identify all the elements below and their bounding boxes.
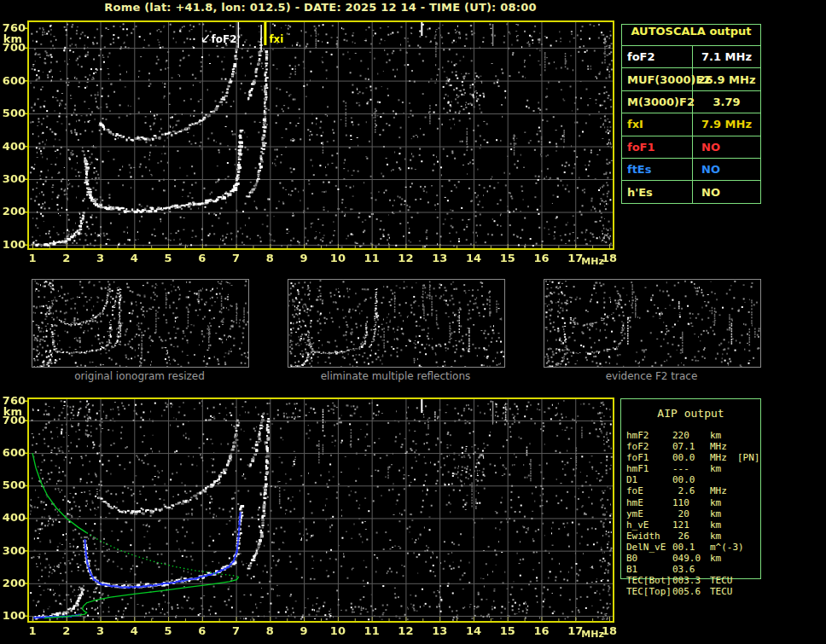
autoscala-row-value: NO [693, 186, 760, 199]
bottom-ionogram-canvas [0, 392, 619, 644]
thumbnail-evidence-f2-trace [544, 279, 761, 368]
aip-unit: km [710, 553, 721, 564]
aip-param: TEC[Bot] [626, 575, 672, 586]
aip-unit: TECU [710, 575, 733, 586]
aip-header: AIP output [621, 407, 760, 420]
aip-row: foF207.1MHz [621, 441, 760, 452]
autoscala-row-label: MUF(3000)F2 [622, 68, 693, 90]
aip-unit: MHz [710, 452, 727, 463]
aip-value: 26 [672, 531, 689, 542]
aip-param: hmE [626, 497, 643, 508]
aip-value: 005.6 [672, 586, 701, 597]
aip-param: DelN_vE [626, 542, 666, 553]
autoscala-rows: foF27.1 MHzMUF(3000)F226.9 MHzM(3000)F23… [622, 46, 760, 204]
thumbnail-eliminate-reflections [288, 279, 505, 368]
autoscala-row-label: M(3000)F2 [622, 91, 693, 113]
aip-unit: MHz [710, 485, 727, 496]
aip-param: foF2 [626, 441, 649, 452]
aip-row: ymE 20km [621, 508, 760, 519]
aip-row: h_vE121km [621, 519, 760, 531]
autoscala-row-value: 7.9 MHz [693, 118, 760, 131]
aip-param: hmF1 [626, 463, 649, 474]
aip-unit: km [710, 497, 721, 508]
aip-value: 110 [672, 497, 689, 508]
aip-value: 121 [672, 519, 689, 531]
page-title: Rome (lat: +41.8, lon: 012.5) - DATE: 20… [28, 1, 613, 14]
aip-row: hmE110km [621, 497, 760, 508]
autoscala-row-value: 7.1 MHz [693, 50, 760, 63]
autoscala-header: AUTOSCALA output [622, 25, 760, 46]
autoscala-row: ftEsNO [622, 159, 760, 181]
aip-unit: km [710, 508, 721, 519]
aip-value: 00.0 [672, 474, 695, 485]
autoscala-panel: AUTOSCALA output foF27.1 MHzMUF(3000)F22… [621, 24, 761, 204]
top-ionogram-canvas [0, 17, 619, 269]
aip-value: --- [672, 463, 689, 474]
autoscala-row-value: NO [693, 141, 760, 154]
aip-param: h_vE [626, 519, 649, 531]
aip-unit: km [710, 463, 721, 474]
thumbnail-caption-original: original ionogram resized [31, 370, 248, 382]
aip-value: 220 [672, 430, 689, 441]
autoscala-row: fxI7.9 MHz [622, 113, 760, 136]
aip-row: TEC[Top]005.6TECU [621, 586, 760, 597]
aip-unit: km [710, 519, 721, 531]
aip-unit: m^(-3) [710, 542, 744, 553]
autoscala-row-label: ftEs [622, 159, 693, 180]
aip-row: foF100.0MHz[PN] [621, 452, 760, 463]
aip-panel: AIP output hmF2220kmfoF207.1MHzfoF100.0M… [620, 398, 761, 579]
aip-param: Ewidth [626, 531, 660, 542]
aip-unit: TECU [710, 586, 733, 597]
aip-value: 049.0 [672, 553, 701, 564]
autoscala-row-value: 3.79 [693, 96, 760, 108]
thumbnail-caption-eliminate: eliminate multiple reflections [287, 370, 504, 382]
autoscala-row-label: foF2 [622, 46, 693, 67]
thumbnail-original-ionogram [32, 279, 249, 368]
aip-row: Ewidth 26km [621, 531, 760, 542]
aip-param: B0 [626, 553, 637, 564]
aip-row: hmF2220km [621, 430, 760, 441]
aip-unit: km [710, 531, 721, 542]
aip-param: D1 [626, 474, 637, 485]
aip-param: B1 [626, 564, 637, 575]
aip-param: ymE [626, 508, 643, 519]
aip-row: foE 2.6MHz [621, 485, 760, 496]
aip-value: 00.0 [672, 452, 695, 463]
aip-row: TEC[Bot]003.3TECU [621, 575, 760, 586]
thumbnail-caption-evidence: evidence F2 trace [543, 370, 760, 382]
aip-row: B103.6 [621, 564, 760, 575]
autoscala-row: h'EsNO [622, 181, 760, 203]
aip-value: 2.6 [672, 485, 695, 496]
aip-value: 003.3 [672, 575, 701, 586]
aip-row: hmF1---km [621, 463, 760, 474]
aip-value: 07.1 [672, 441, 695, 452]
aip-param: TEC[Top] [626, 586, 672, 597]
autoscala-row: foF27.1 MHz [622, 46, 760, 68]
aip-value: 20 [672, 508, 689, 519]
autoscala-row: M(3000)F23.79 [622, 91, 760, 113]
aip-rows: hmF2220kmfoF207.1MHzfoF100.0MHz[PN]hmF1-… [621, 430, 760, 597]
aip-param: foF1 [626, 452, 649, 463]
aip-row: B0049.0km [621, 553, 760, 564]
aip-value: 03.6 [672, 564, 695, 575]
aip-row: D100.0 [621, 474, 760, 485]
autoscala-row-label: fxI [622, 113, 693, 135]
aip-unit: km [710, 430, 721, 441]
autoscala-row-value: 26.9 MHz [693, 73, 760, 86]
autoscala-row: foF1NO [622, 136, 760, 159]
aip-value: 00.1 [672, 542, 695, 553]
aip-param: foE [626, 485, 643, 496]
autoscala-row: MUF(3000)F226.9 MHz [622, 68, 760, 90]
autoscala-row-value: NO [693, 163, 760, 176]
aip-param: hmF2 [626, 430, 649, 441]
autoscala-row-label: foF1 [622, 136, 693, 158]
aip-row: DelN_vE00.1m^(-3) [621, 542, 760, 553]
aip-unit: MHz [710, 441, 727, 452]
autoscala-row-label: h'Es [622, 181, 693, 203]
aip-note: [PN] [737, 452, 760, 463]
